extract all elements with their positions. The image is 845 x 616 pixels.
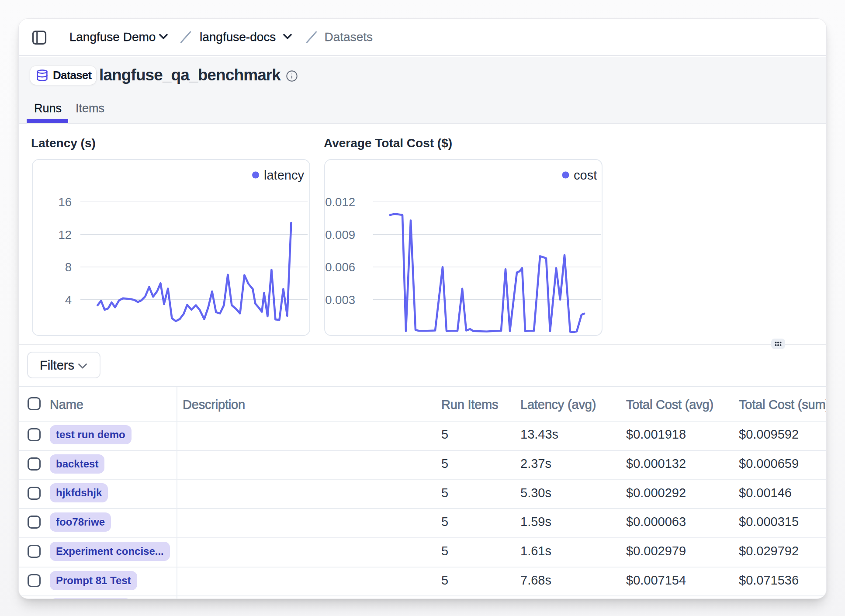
svg-text:0.006: 0.006 bbox=[325, 260, 355, 274]
svg-text:0.003: 0.003 bbox=[325, 293, 355, 307]
svg-text:4: 4 bbox=[65, 293, 72, 307]
svg-text:cost: cost bbox=[574, 168, 597, 182]
svg-text:0.009: 0.009 bbox=[325, 228, 355, 242]
svg-text:8: 8 bbox=[65, 260, 72, 274]
svg-text:latency: latency bbox=[264, 168, 304, 182]
svg-text:0.012: 0.012 bbox=[325, 195, 355, 209]
svg-text:16: 16 bbox=[58, 195, 72, 209]
svg-text:12: 12 bbox=[58, 228, 72, 242]
